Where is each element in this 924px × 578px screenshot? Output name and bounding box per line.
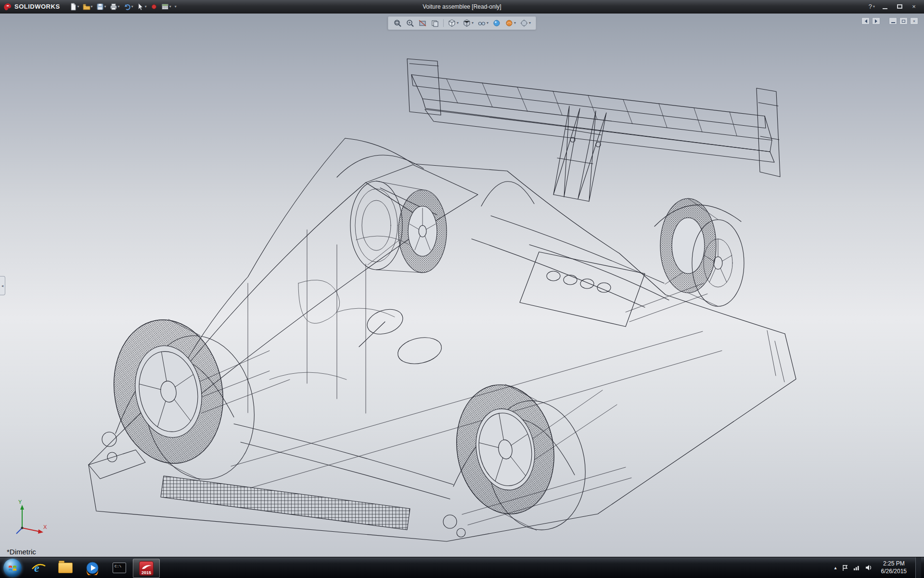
wireframe-car-drawing [0,13,924,557]
toolbar-separator [443,19,444,27]
new-document-button[interactable]: ▾ [68,2,81,12]
taskbar-clock[interactable]: 2:25 PM 6/26/2015 [877,560,911,575]
internet-explorer-icon: e [31,560,46,576]
record-macro-button[interactable] [149,2,159,12]
triad-x-label: X [43,524,47,530]
screen: SOLIDWORKS ▾ ▾ ▾ ▾ ▾ [0,0,924,578]
close-document-button[interactable]: × [910,17,918,25]
chevron-down-icon[interactable]: ▾ [169,5,171,9]
network-icon[interactable] [853,565,860,571]
spreadsheet-button[interactable]: ▾ [160,2,173,12]
chevron-down-icon[interactable]: ▾ [118,5,120,9]
taskbar-item-media-player[interactable] [79,557,106,578]
graphics-viewport[interactable]: ▾ ▾ ▾ ▾ ▾ [0,13,924,557]
volume-icon[interactable] [865,565,873,571]
solidworks-version-badge: 2015 [140,570,153,575]
feature-panel-flyout-tab[interactable]: ◂ [0,276,5,295]
edit-appearance-button[interactable] [491,18,502,28]
previous-window-button[interactable] [861,17,870,25]
hide-show-items-button[interactable]: ▾ [476,18,489,28]
close-button[interactable]: × [910,3,918,11]
taskbar-item-solidworks-2015[interactable]: 2015 [133,559,160,578]
chevron-down-icon[interactable]: ▾ [131,5,133,9]
chevron-down-icon[interactable]: ▾ [175,5,177,9]
clock-time: 2:25 PM [881,560,907,568]
taskbar-item-windows-explorer[interactable] [52,557,79,578]
section-view-button[interactable] [417,18,428,28]
chevron-down-icon[interactable]: ▾ [91,5,93,9]
brand-text: SOLIDWORKS [14,3,60,10]
quick-access-toolbar: ▾ ▾ ▾ ▾ ▾ ▾ [68,2,178,12]
action-center-flag-icon[interactable] [842,565,848,571]
view-orientation-label: *Dimetric [7,548,36,556]
system-tray: ▴ 2:25 PM 6/26/2015 [834,557,924,578]
dassault-systemes-logo-icon [3,2,13,11]
app-title-bar: SOLIDWORKS ▾ ▾ ▾ ▾ ▾ [0,0,924,13]
taskbar-item-command-prompt[interactable]: C:\ [106,557,133,578]
taskbar-item-internet-explorer[interactable]: e [25,557,52,578]
more-commands-button[interactable]: ▾ [173,4,178,10]
heads-up-view-toolbar: ▾ ▾ ▾ ▾ ▾ [388,16,536,30]
reference-triad: Y X [11,498,51,539]
windows-taskbar: e C:\ 2015 ▴ [0,557,924,578]
open-button[interactable]: ▾ [81,2,94,12]
view-selector-button[interactable] [430,18,440,28]
show-hidden-icons-button[interactable]: ▴ [834,565,837,570]
chevron-down-icon[interactable]: ▾ [514,21,516,25]
save-button[interactable]: ▾ [95,2,108,12]
display-style-button[interactable]: ▾ [462,18,475,28]
zoom-to-fit-button[interactable] [392,18,403,28]
clock-date: 6/26/2015 [881,568,907,576]
windows-orb-icon [3,559,22,577]
show-desktop-button[interactable] [915,557,921,578]
apply-scene-button[interactable]: ▾ [504,18,517,28]
print-button[interactable]: ▾ [108,2,121,12]
document-window-controls: × [861,17,918,25]
next-window-button[interactable] [872,17,880,25]
undo-button[interactable]: ▾ [122,2,135,12]
view-settings-button[interactable]: ▾ [519,18,532,28]
start-button[interactable] [0,557,25,578]
svg-text:e: e [34,562,39,574]
chevron-down-icon[interactable]: ▾ [145,5,147,9]
minimize-button[interactable] [881,3,889,11]
chevron-down-icon: ▾ [873,5,875,9]
view-orientation-button[interactable]: ▾ [447,18,460,28]
solidworks-brand: SOLIDWORKS [0,0,65,13]
chevron-left-icon: ◂ [1,284,3,288]
folder-icon [58,563,73,573]
select-cursor-button[interactable]: ▾ [135,2,148,12]
minimize-document-button[interactable] [889,17,897,25]
maximize-button[interactable] [895,3,904,11]
solidworks-app-icon: 2015 [139,561,154,576]
help-button[interactable]: ? ▾ [869,3,875,11]
restore-document-button[interactable] [899,17,908,25]
chevron-down-icon[interactable]: ▾ [472,21,474,25]
chevron-down-icon[interactable]: ▾ [104,5,106,9]
command-prompt-icon: C:\ [113,563,126,573]
chevron-down-icon[interactable]: ▾ [77,5,79,9]
media-player-icon [85,561,100,575]
window-title: Voiture assemblee [Read-only] [423,3,501,10]
window-controls: ? ▾ × [869,3,924,11]
chevron-down-icon[interactable]: ▾ [457,21,459,25]
zoom-to-area-button[interactable] [405,18,415,28]
chevron-down-icon[interactable]: ▾ [529,21,531,25]
triad-y-label: Y [18,499,22,505]
chevron-down-icon[interactable]: ▾ [487,21,488,25]
